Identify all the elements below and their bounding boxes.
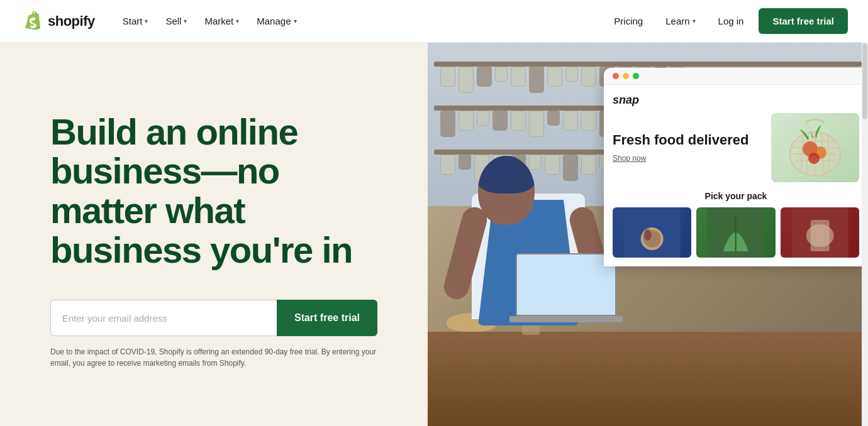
nav-manage[interactable]: Manage ▾ (249, 11, 304, 31)
window-dot-3 (633, 73, 639, 79)
snap-brand: snap (613, 94, 859, 107)
jar-item (511, 111, 526, 131)
nav-links: Start ▾ Sell ▾ Market ▾ Manage ▾ (115, 11, 615, 31)
jar-item (477, 111, 489, 126)
shopify-logo[interactable]: shopify (20, 10, 95, 33)
start-chevron-icon: ▾ (145, 18, 148, 25)
hero-disclaimer: Due to the impact of COVID-19, Shopify i… (50, 346, 377, 369)
nav-learn[interactable]: Learn ▾ (658, 11, 703, 31)
jar-item (459, 67, 474, 93)
fresh-food-image (771, 113, 859, 182)
pack-item-1-image (613, 207, 691, 258)
email-input[interactable] (50, 300, 277, 336)
shop-now-link[interactable]: Shop now (613, 154, 646, 163)
jar-item (459, 155, 471, 170)
hero-start-trial-button[interactable]: Start free trial (277, 300, 377, 336)
jar-item (563, 155, 578, 181)
jar-item (565, 67, 578, 82)
mockup-body: snap Fresh food delivered Shop now (604, 85, 868, 266)
nav-sell[interactable]: Sell ▾ (158, 11, 194, 31)
scrollbar[interactable] (862, 43, 868, 426)
hero-section: Build an online business—no matter what … (0, 43, 868, 426)
pack-grid (613, 207, 859, 258)
learn-chevron-icon: ▾ (693, 18, 696, 25)
fresh-food-text: Fresh food delivered Shop now (613, 132, 764, 163)
jar-item (440, 67, 455, 87)
navbar: shopify Start ▾ Sell ▾ Market ▾ Manage ▾… (0, 0, 868, 43)
market-chevron-icon: ▾ (236, 18, 239, 25)
nav-start-trial-button[interactable]: Start free trial (759, 8, 848, 34)
nav-login[interactable]: Log in (718, 16, 744, 26)
pack-item-1[interactable] (613, 207, 691, 258)
jar-item (563, 111, 578, 131)
nav-market[interactable]: Market ▾ (197, 11, 247, 31)
pick-pack-title: Pick your pack (613, 191, 859, 201)
jar-item (529, 111, 544, 137)
nav-right: Pricing Learn ▾ Log in Start free trial (614, 8, 848, 34)
manage-chevron-icon: ▾ (294, 18, 297, 25)
sell-chevron-icon: ▾ (184, 18, 187, 25)
pack-item-3[interactable] (781, 207, 859, 258)
net-bag-icon (777, 116, 853, 179)
shopify-logo-icon (20, 10, 43, 33)
hero-headline: Build an online business—no matter what … (50, 112, 377, 270)
nav-pricing[interactable]: Pricing (614, 16, 643, 26)
pack-item-2[interactable] (696, 207, 775, 258)
jar-item (529, 67, 544, 93)
svg-point-12 (808, 153, 820, 164)
jar-item (547, 111, 560, 126)
pack-item-2-image (696, 207, 775, 258)
jar-item (545, 155, 560, 175)
jar-item (495, 67, 508, 82)
jar-item (581, 111, 596, 131)
svg-rect-21 (810, 220, 829, 251)
jar-item (492, 111, 508, 131)
pack-item-3-image (781, 207, 859, 258)
jar-item (440, 155, 455, 175)
svg-point-16 (644, 229, 652, 241)
store-mockup: snap Fresh food delivered Shop now (604, 68, 868, 266)
jar-item (581, 155, 596, 175)
person-head (478, 156, 535, 225)
scrollbar-thumb (862, 43, 867, 119)
jar-item (547, 67, 562, 87)
jar-item (440, 111, 455, 137)
window-dot-2 (623, 73, 629, 79)
fresh-food-banner: Fresh food delivered Shop now (613, 113, 859, 182)
hero-right: snap Fresh food delivered Shop now (428, 43, 868, 426)
window-dot-1 (613, 73, 619, 79)
logo-text: shopify (48, 13, 95, 30)
jar-item (459, 111, 474, 131)
hero-left: Build an online business—no matter what … (0, 43, 428, 426)
jar-item (581, 67, 596, 87)
jar-item (477, 67, 492, 87)
hero-cta-row: Start free trial (50, 300, 377, 336)
nav-start[interactable]: Start ▾ (115, 11, 156, 31)
fresh-food-title: Fresh food delivered (613, 132, 764, 148)
mockup-header (604, 68, 868, 85)
jar-item (511, 67, 526, 87)
